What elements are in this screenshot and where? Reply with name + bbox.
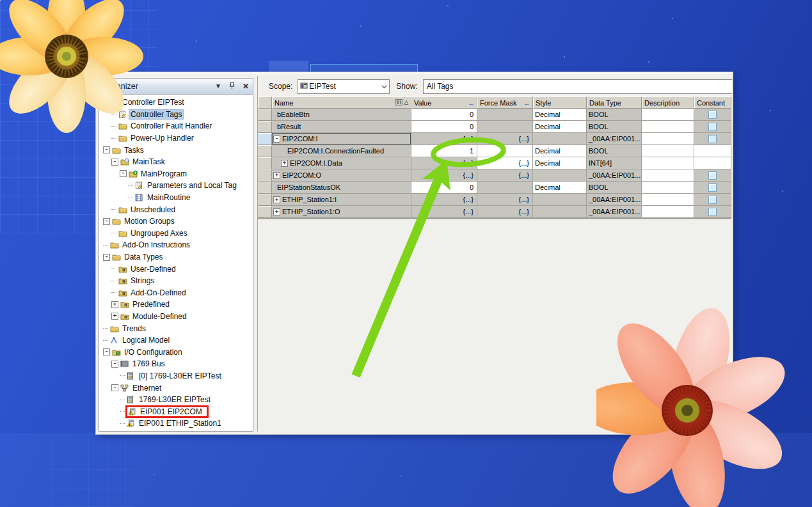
value-cell[interactable]: 1 <box>411 145 477 157</box>
expand-minus-icon[interactable]: - <box>103 348 110 355</box>
expand-minus-icon[interactable]: - <box>111 384 118 391</box>
column-header-constant[interactable]: Constant <box>694 97 731 109</box>
column-header-value[interactable]: Value← <box>411 97 477 109</box>
row-selector[interactable] <box>258 133 272 145</box>
row-selector[interactable] <box>258 157 272 169</box>
expand-plus-icon[interactable]: + <box>273 208 280 215</box>
tree-item-unscheduled[interactable]: Unscheduled <box>99 203 253 215</box>
tree-item-tasks[interactable]: -Tasks <box>99 144 253 156</box>
value-cell[interactable]: {...} <box>411 206 477 218</box>
tag-name-cell[interactable]: +EIP2COM:O <box>272 169 411 182</box>
tree-item-user-defined[interactable]: User-Defined <box>99 263 253 275</box>
description-cell[interactable] <box>642 157 694 169</box>
force-mask-cell[interactable] <box>477 121 533 133</box>
tag-name-cell[interactable]: +ETHIP_Station1:I <box>272 194 411 206</box>
tree-item-data-types[interactable]: -Data Types <box>99 251 253 263</box>
force-mask-cell[interactable]: {...} <box>477 206 533 218</box>
expand-plus-icon[interactable]: + <box>273 172 280 179</box>
tag-name-cell[interactable]: EIP2COM:I.ConnectionFaulted <box>272 145 411 157</box>
force-mask-cell[interactable]: {...} <box>477 157 533 169</box>
value-cell[interactable]: 0 <box>411 109 477 121</box>
tree-item-i-o-configuration[interactable]: -I/O Configuration <box>99 346 253 358</box>
tree-item-trends[interactable]: Trends <box>99 322 253 334</box>
chevron-down-icon[interactable]: ▼ <box>215 83 221 90</box>
pin-icon[interactable] <box>229 82 235 91</box>
tree-item-logical-model[interactable]: Logical Model <box>99 334 253 347</box>
tree-item-maintask[interactable]: -MainTask <box>99 156 253 168</box>
description-cell[interactable] <box>642 121 694 133</box>
tree-item-mainprogram[interactable]: -MainProgram <box>99 168 253 180</box>
tree-item-parameters-and-local-tag[interactable]: Parameters and Local Tag <box>99 180 253 192</box>
tree-item-controller-eiptest[interactable]: Controller EIPTest <box>99 97 253 109</box>
tree-item-add-on-defined[interactable]: Add-On-Defined <box>99 287 253 299</box>
column-header-style[interactable]: Style <box>533 97 587 109</box>
filter-sort-icon[interactable] <box>395 99 409 107</box>
scope-combobox[interactable]: EIPTest <box>298 79 390 94</box>
style-cell[interactable]: Decimal <box>533 121 587 133</box>
constant-checkbox[interactable] <box>708 196 717 204</box>
expand-minus-icon[interactable]: - <box>103 218 110 225</box>
style-cell[interactable]: Decimal <box>533 145 587 157</box>
tree-item-power-up-handler[interactable]: Power-Up Handler <box>99 132 253 144</box>
expand-minus-icon[interactable]: - <box>120 170 127 177</box>
constant-checkbox[interactable] <box>708 171 717 180</box>
style-cell[interactable] <box>533 133 587 145</box>
description-cell[interactable] <box>642 182 694 194</box>
row-selector[interactable] <box>258 121 272 133</box>
force-mask-cell[interactable] <box>477 145 533 157</box>
expand-minus-icon[interactable]: - <box>111 159 118 166</box>
expand-plus-icon[interactable]: + <box>281 160 288 167</box>
constant-checkbox[interactable] <box>708 135 717 143</box>
tag-name-cell[interactable]: bResult <box>272 121 411 133</box>
tree-item-module-defined[interactable]: +Module-Defined <box>99 311 253 323</box>
force-mask-cell[interactable] <box>477 182 533 194</box>
tag-name-cell[interactable]: EIPStationStatusOK <box>272 182 411 194</box>
expand-plus-icon[interactable]: + <box>111 301 118 308</box>
force-mask-cell[interactable]: {...} <box>477 133 533 145</box>
description-cell[interactable] <box>642 169 694 182</box>
tree-item-mainroutine[interactable]: MainRoutine <box>99 192 253 204</box>
description-cell[interactable] <box>642 206 694 218</box>
tree-item-eip001-ethip-station1[interactable]: EIP001 ETHIP_Station1 <box>99 417 253 430</box>
row-selector[interactable] <box>258 169 272 182</box>
column-header-name[interactable]: Name <box>272 97 411 109</box>
value-cell[interactable]: {...} <box>411 133 477 145</box>
force-mask-cell[interactable] <box>477 109 533 121</box>
description-cell[interactable] <box>642 194 694 206</box>
tree-item-ungrouped-axes[interactable]: Ungrouped Axes <box>99 228 253 240</box>
expand-minus-icon[interactable]: - <box>111 361 118 368</box>
force-mask-cell[interactable]: {...} <box>477 194 533 206</box>
row-selector[interactable] <box>258 145 272 157</box>
tree-item-1769-bus[interactable]: -1769 Bus <box>99 358 253 370</box>
close-icon[interactable]: ✕ <box>243 83 249 90</box>
show-filter-field[interactable]: All Tags <box>423 79 732 94</box>
expand-minus-icon[interactable]: - <box>273 136 280 143</box>
column-header-data-type[interactable]: Data Type <box>587 97 642 109</box>
row-selector[interactable] <box>258 109 272 121</box>
value-cell[interactable]: {...} <box>411 157 477 169</box>
description-cell[interactable] <box>642 109 694 121</box>
expand-minus-icon[interactable]: - <box>103 146 110 153</box>
tree-item-strings[interactable]: Strings <box>99 275 253 287</box>
style-cell[interactable] <box>533 169 587 182</box>
style-cell[interactable] <box>533 206 587 218</box>
tag-name-cell[interactable]: -EIP2COM:I <box>272 133 411 145</box>
organizer-titlebar[interactable]: Organizer ▼ ✕ <box>99 78 253 95</box>
expand-plus-icon[interactable]: + <box>111 313 118 320</box>
value-cell[interactable]: {...} <box>411 169 477 182</box>
description-cell[interactable] <box>642 145 694 157</box>
value-cell[interactable]: 0 <box>411 121 477 133</box>
style-cell[interactable]: Decimal <box>533 109 587 121</box>
tag-name-cell[interactable]: +EIP2COM:I.Data <box>272 157 411 169</box>
column-header-force-mask[interactable]: Force Mask← <box>477 97 533 109</box>
tree-item-controller-tags[interactable]: Controller Tags <box>99 109 253 121</box>
style-cell[interactable] <box>533 194 587 206</box>
row-selector[interactable] <box>258 194 272 206</box>
tag-name-cell[interactable]: bEableBtn <box>272 109 411 121</box>
constant-checkbox[interactable] <box>708 183 717 192</box>
style-cell[interactable]: Decimal <box>533 157 587 169</box>
tree-item-eip001-eip2com[interactable]: EIP001 EIP2COM <box>99 405 253 417</box>
tree-item-add-on-instructions[interactable]: Add-On Instructions <box>99 239 253 251</box>
style-cell[interactable]: Decimal <box>533 182 587 194</box>
force-mask-cell[interactable]: {...} <box>477 169 533 182</box>
